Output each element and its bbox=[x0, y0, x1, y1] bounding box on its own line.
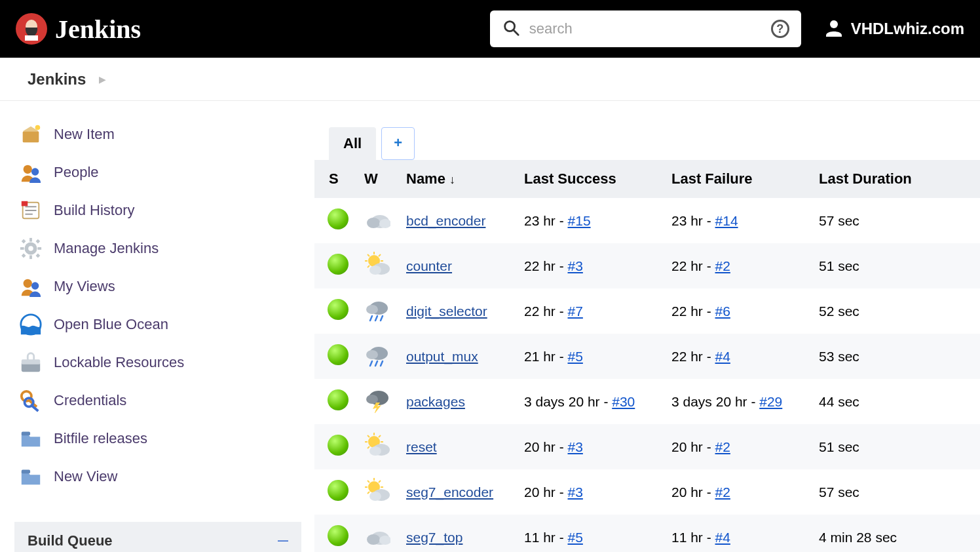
main-panel: All + S W Name↓ Last Success Last Failur… bbox=[314, 101, 980, 552]
sidebar-item-label: Bitfile releases bbox=[54, 430, 147, 447]
table-row: packages 3 days 20 hr - #30 3 days 20 hr… bbox=[314, 379, 980, 424]
breadcrumb-bar: Jenkins ▶ bbox=[0, 58, 980, 101]
build-link[interactable]: #29 bbox=[759, 394, 782, 409]
keys-icon bbox=[18, 388, 43, 413]
table-row: digit_selector 22 hr - #7 22 hr - #6 52 … bbox=[314, 288, 980, 334]
build-link[interactable]: #15 bbox=[568, 213, 591, 228]
people-icon bbox=[18, 274, 43, 299]
sidebar-item[interactable]: New Item bbox=[14, 115, 314, 153]
status-ball-icon bbox=[328, 299, 349, 320]
build-link[interactable]: #30 bbox=[612, 394, 635, 409]
lock-icon bbox=[18, 350, 43, 375]
status-ball-icon bbox=[328, 254, 349, 275]
sidebar-item[interactable]: Build History bbox=[14, 191, 314, 229]
build-link[interactable]: #5 bbox=[568, 530, 583, 545]
job-link[interactable]: seg7_encoder bbox=[406, 484, 493, 500]
tab-all[interactable]: All bbox=[329, 127, 376, 160]
last-failure-cell: 23 hr - #14 bbox=[664, 198, 811, 243]
job-link[interactable]: counter bbox=[406, 258, 452, 273]
last-duration-cell: 53 sec bbox=[811, 334, 980, 379]
sidebar-item-label: Build History bbox=[54, 202, 134, 219]
box-icon bbox=[18, 122, 43, 147]
col-last-failure[interactable]: Last Failure bbox=[664, 160, 811, 198]
status-ball-icon bbox=[328, 344, 349, 365]
sidebar-item[interactable]: Lockable Resources bbox=[14, 344, 314, 382]
table-row: bcd_encoder 23 hr - #15 23 hr - #14 57 s… bbox=[314, 198, 980, 243]
sidebar-item[interactable]: My Views bbox=[14, 267, 314, 306]
build-link[interactable]: #3 bbox=[568, 484, 583, 500]
breadcrumb-root[interactable]: Jenkins bbox=[28, 70, 86, 89]
col-last-duration[interactable]: Last Duration bbox=[811, 160, 980, 198]
sidebar-item-label: People bbox=[54, 164, 99, 181]
last-success-cell: 22 hr - #7 bbox=[516, 288, 664, 334]
collapse-icon[interactable]: — bbox=[278, 535, 288, 547]
sidebar-item-label: Credentials bbox=[54, 392, 126, 409]
col-weather[interactable]: W bbox=[356, 160, 398, 198]
sidebar-item[interactable]: New View bbox=[14, 458, 314, 496]
last-duration-cell: 52 sec bbox=[811, 288, 980, 334]
last-failure-cell: 22 hr - #4 bbox=[664, 334, 811, 379]
job-link[interactable]: reset bbox=[406, 439, 437, 454]
help-icon[interactable]: ? bbox=[771, 20, 789, 38]
col-name[interactable]: Name↓ bbox=[398, 160, 516, 198]
search-input[interactable] bbox=[529, 20, 762, 37]
sidebar-item-label: New Item bbox=[54, 126, 115, 143]
build-link[interactable]: #6 bbox=[715, 304, 730, 319]
sidebar-item[interactable]: Manage Jenkins bbox=[14, 229, 314, 267]
table-row: counter 22 hr - #3 22 hr - #2 51 sec bbox=[314, 243, 980, 288]
last-duration-cell: 4 min 28 sec bbox=[811, 515, 980, 552]
build-link[interactable]: #7 bbox=[568, 304, 583, 319]
build-link[interactable]: #3 bbox=[568, 439, 583, 454]
blueocean-icon bbox=[18, 312, 43, 337]
job-link[interactable]: packages bbox=[406, 394, 465, 409]
last-success-cell: 23 hr - #15 bbox=[516, 198, 664, 243]
build-link[interactable]: #4 bbox=[715, 530, 730, 545]
tab-add[interactable]: + bbox=[381, 127, 415, 160]
weather-storm-icon bbox=[364, 387, 390, 413]
last-success-cell: 20 hr - #3 bbox=[516, 469, 664, 515]
sidebar-item[interactable]: People bbox=[14, 153, 314, 191]
user-menu[interactable]: VHDLwhiz.com bbox=[825, 18, 964, 39]
table-row: seg7_encoder 20 hr - #3 20 hr - #2 57 se… bbox=[314, 469, 980, 515]
col-status[interactable]: S bbox=[314, 160, 356, 198]
sidebar-item-label: Manage Jenkins bbox=[54, 240, 159, 257]
sidebar-item[interactable]: Open Blue Ocean bbox=[14, 306, 314, 344]
sidebar-item[interactable]: Bitfile releases bbox=[14, 420, 314, 458]
col-last-success[interactable]: Last Success bbox=[516, 160, 664, 198]
weather-partly-icon bbox=[364, 477, 390, 503]
logo-wrap[interactable]: Jenkins bbox=[16, 13, 141, 45]
sidebar-item-label: My Views bbox=[54, 278, 115, 295]
job-link[interactable]: digit_selector bbox=[406, 304, 487, 319]
last-failure-cell: 22 hr - #2 bbox=[664, 243, 811, 288]
chevron-right-icon[interactable]: ▶ bbox=[99, 74, 106, 85]
gear-icon bbox=[18, 236, 43, 261]
build-link[interactable]: #14 bbox=[715, 213, 738, 228]
build-link[interactable]: #2 bbox=[715, 258, 730, 273]
table-row: seg7_top 11 hr - #5 11 hr - #4 4 min 28 … bbox=[314, 515, 980, 552]
build-link[interactable]: #2 bbox=[715, 484, 730, 500]
job-link[interactable]: output_mux bbox=[406, 349, 478, 364]
weather-partly-icon bbox=[364, 432, 390, 458]
build-link[interactable]: #5 bbox=[568, 349, 583, 364]
build-link[interactable]: #3 bbox=[568, 258, 583, 273]
sidebar-item-label: Open Blue Ocean bbox=[54, 316, 168, 333]
job-link[interactable]: seg7_top bbox=[406, 530, 462, 545]
weather-cloudy-icon bbox=[364, 206, 390, 232]
last-success-cell: 20 hr - #3 bbox=[516, 424, 664, 469]
last-duration-cell: 57 sec bbox=[811, 198, 980, 243]
people-icon bbox=[18, 160, 43, 185]
build-link[interactable]: #2 bbox=[715, 439, 730, 454]
job-link[interactable]: bcd_encoder bbox=[406, 213, 485, 228]
folder-icon bbox=[18, 426, 43, 451]
last-duration-cell: 51 sec bbox=[811, 424, 980, 469]
view-tabs: All + bbox=[314, 127, 980, 160]
last-success-cell: 21 hr - #5 bbox=[516, 334, 664, 379]
weather-rain-icon bbox=[364, 296, 390, 323]
search-wrap: ? bbox=[490, 10, 801, 47]
sort-desc-icon: ↓ bbox=[449, 173, 455, 186]
sidebar-item[interactable]: Credentials bbox=[14, 382, 314, 420]
jenkins-logo-icon bbox=[16, 13, 47, 45]
build-queue-header: Build Queue — bbox=[14, 522, 301, 552]
table-row: output_mux 21 hr - #5 22 hr - #4 53 sec bbox=[314, 334, 980, 379]
build-link[interactable]: #4 bbox=[715, 349, 730, 364]
